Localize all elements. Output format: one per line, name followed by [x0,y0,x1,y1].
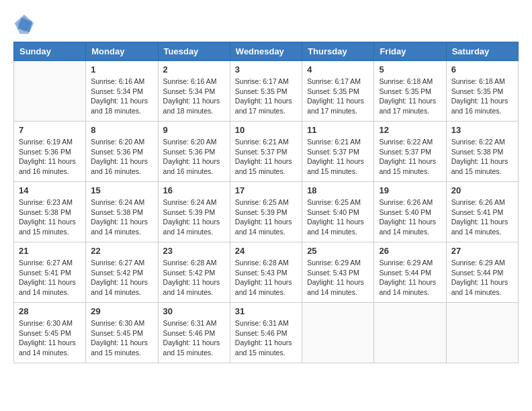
day-info: Sunrise: 6:26 AM Sunset: 5:41 PM Dayligh… [451,197,513,237]
calendar-cell: 3Sunrise: 6:17 AM Sunset: 5:35 PM Daylig… [230,61,302,122]
day-info: Sunrise: 6:20 AM Sunset: 5:36 PM Dayligh… [91,137,152,177]
day-number: 24 [235,246,297,256]
day-info: Sunrise: 6:26 AM Sunset: 5:40 PM Dayligh… [379,197,441,237]
calendar-week-row: 7Sunrise: 6:19 AM Sunset: 5:36 PM Daylig… [14,122,519,182]
logo-icon [13,13,35,35]
day-info: Sunrise: 6:17 AM Sunset: 5:35 PM Dayligh… [235,77,297,116]
calendar-cell: 22Sunrise: 6:27 AM Sunset: 5:42 PM Dayli… [86,242,158,303]
day-info: Sunrise: 6:21 AM Sunset: 5:37 PM Dayligh… [235,137,297,177]
day-number: 30 [163,306,225,316]
calendar-cell: 9Sunrise: 6:20 AM Sunset: 5:36 PM Daylig… [158,122,230,182]
day-info: Sunrise: 6:16 AM Sunset: 5:34 PM Dayligh… [91,77,152,116]
calendar-cell: 6Sunrise: 6:18 AM Sunset: 5:35 PM Daylig… [446,61,518,122]
day-number: 17 [235,185,297,195]
calendar-cell [14,61,86,122]
calendar-header-wednesday: Wednesday [230,42,302,61]
day-number: 18 [307,185,369,195]
day-number: 20 [451,185,513,195]
calendar-cell: 24Sunrise: 6:28 AM Sunset: 5:43 PM Dayli… [230,242,302,303]
calendar-cell: 14Sunrise: 6:23 AM Sunset: 5:38 PM Dayli… [14,182,86,242]
day-number: 21 [19,246,81,256]
calendar-cell [302,303,374,363]
calendar-cell [446,303,518,363]
calendar-cell: 27Sunrise: 6:29 AM Sunset: 5:44 PM Dayli… [446,242,518,303]
calendar-cell [374,303,446,363]
day-number: 16 [163,185,225,195]
day-info: Sunrise: 6:24 AM Sunset: 5:39 PM Dayligh… [163,197,225,237]
calendar-cell: 18Sunrise: 6:25 AM Sunset: 5:40 PM Dayli… [302,182,374,242]
day-number: 23 [163,246,225,256]
day-info: Sunrise: 6:24 AM Sunset: 5:38 PM Dayligh… [91,197,152,237]
day-info: Sunrise: 6:18 AM Sunset: 5:35 PM Dayligh… [451,77,513,116]
calendar-header-monday: Monday [86,42,158,61]
day-info: Sunrise: 6:18 AM Sunset: 5:35 PM Dayligh… [379,77,441,116]
day-number: 31 [235,306,297,316]
day-info: Sunrise: 6:31 AM Sunset: 5:46 PM Dayligh… [235,318,297,358]
calendar-cell: 4Sunrise: 6:17 AM Sunset: 5:35 PM Daylig… [302,61,374,122]
day-info: Sunrise: 6:31 AM Sunset: 5:46 PM Dayligh… [163,318,225,358]
day-number: 13 [451,125,513,135]
day-number: 29 [91,306,152,316]
calendar-week-row: 21Sunrise: 6:27 AM Sunset: 5:41 PM Dayli… [14,242,519,303]
day-info: Sunrise: 6:29 AM Sunset: 5:43 PM Dayligh… [307,258,369,298]
day-info: Sunrise: 6:27 AM Sunset: 5:41 PM Dayligh… [19,258,81,298]
calendar-cell: 5Sunrise: 6:18 AM Sunset: 5:35 PM Daylig… [374,61,446,122]
day-info: Sunrise: 6:19 AM Sunset: 5:36 PM Dayligh… [19,137,81,177]
calendar-cell: 23Sunrise: 6:28 AM Sunset: 5:42 PM Dayli… [158,242,230,303]
calendar-cell: 1Sunrise: 6:16 AM Sunset: 5:34 PM Daylig… [86,61,158,122]
day-number: 9 [163,125,225,135]
day-info: Sunrise: 6:29 AM Sunset: 5:44 PM Dayligh… [451,258,513,298]
day-number: 2 [163,64,225,75]
day-info: Sunrise: 6:25 AM Sunset: 5:39 PM Dayligh… [235,197,297,237]
calendar-cell: 30Sunrise: 6:31 AM Sunset: 5:46 PM Dayli… [158,303,230,363]
calendar-cell: 19Sunrise: 6:26 AM Sunset: 5:40 PM Dayli… [374,182,446,242]
calendar-cell: 31Sunrise: 6:31 AM Sunset: 5:46 PM Dayli… [230,303,302,363]
calendar-cell: 26Sunrise: 6:29 AM Sunset: 5:44 PM Dayli… [374,242,446,303]
calendar-cell: 15Sunrise: 6:24 AM Sunset: 5:38 PM Dayli… [86,182,158,242]
day-info: Sunrise: 6:30 AM Sunset: 5:45 PM Dayligh… [91,318,152,358]
calendar-cell: 25Sunrise: 6:29 AM Sunset: 5:43 PM Dayli… [302,242,374,303]
day-number: 4 [307,64,369,75]
day-number: 25 [307,246,369,256]
calendar-table: SundayMondayTuesdayWednesdayThursdayFrid… [13,42,519,363]
day-number: 19 [379,185,441,195]
day-number: 27 [451,246,513,256]
calendar-cell: 13Sunrise: 6:22 AM Sunset: 5:38 PM Dayli… [446,122,518,182]
calendar-header-thursday: Thursday [302,42,374,61]
day-info: Sunrise: 6:20 AM Sunset: 5:36 PM Dayligh… [163,137,225,177]
calendar-cell: 12Sunrise: 6:22 AM Sunset: 5:37 PM Dayli… [374,122,446,182]
day-number: 12 [379,125,441,135]
calendar-cell: 17Sunrise: 6:25 AM Sunset: 5:39 PM Dayli… [230,182,302,242]
day-number: 8 [91,125,152,135]
day-number: 7 [19,125,81,135]
day-info: Sunrise: 6:28 AM Sunset: 5:43 PM Dayligh… [235,258,297,298]
calendar-cell: 7Sunrise: 6:19 AM Sunset: 5:36 PM Daylig… [14,122,86,182]
calendar-week-row: 14Sunrise: 6:23 AM Sunset: 5:38 PM Dayli… [14,182,519,242]
day-number: 15 [91,185,152,195]
calendar-week-row: 1Sunrise: 6:16 AM Sunset: 5:34 PM Daylig… [14,61,519,122]
day-info: Sunrise: 6:21 AM Sunset: 5:37 PM Dayligh… [307,137,369,177]
day-number: 26 [379,246,441,256]
calendar-cell: 29Sunrise: 6:30 AM Sunset: 5:45 PM Dayli… [86,303,158,363]
day-info: Sunrise: 6:17 AM Sunset: 5:35 PM Dayligh… [307,77,369,116]
day-info: Sunrise: 6:27 AM Sunset: 5:42 PM Dayligh… [91,258,152,298]
calendar-header-row: SundayMondayTuesdayWednesdayThursdayFrid… [14,42,519,61]
calendar-cell: 16Sunrise: 6:24 AM Sunset: 5:39 PM Dayli… [158,182,230,242]
calendar-cell: 8Sunrise: 6:20 AM Sunset: 5:36 PM Daylig… [86,122,158,182]
day-info: Sunrise: 6:16 AM Sunset: 5:34 PM Dayligh… [163,77,225,116]
calendar-cell: 2Sunrise: 6:16 AM Sunset: 5:34 PM Daylig… [158,61,230,122]
day-info: Sunrise: 6:22 AM Sunset: 5:38 PM Dayligh… [451,137,513,177]
day-number: 6 [451,64,513,75]
day-info: Sunrise: 6:29 AM Sunset: 5:44 PM Dayligh… [379,258,441,298]
calendar-cell: 28Sunrise: 6:30 AM Sunset: 5:45 PM Dayli… [14,303,86,363]
day-number: 1 [91,64,152,75]
calendar-header-sunday: Sunday [14,42,86,61]
page-header [13,13,519,35]
day-number: 5 [379,64,441,75]
day-number: 28 [19,306,81,316]
calendar-cell: 20Sunrise: 6:26 AM Sunset: 5:41 PM Dayli… [446,182,518,242]
calendar-cell: 10Sunrise: 6:21 AM Sunset: 5:37 PM Dayli… [230,122,302,182]
day-number: 10 [235,125,297,135]
calendar-header-friday: Friday [374,42,446,61]
day-number: 11 [307,125,369,135]
